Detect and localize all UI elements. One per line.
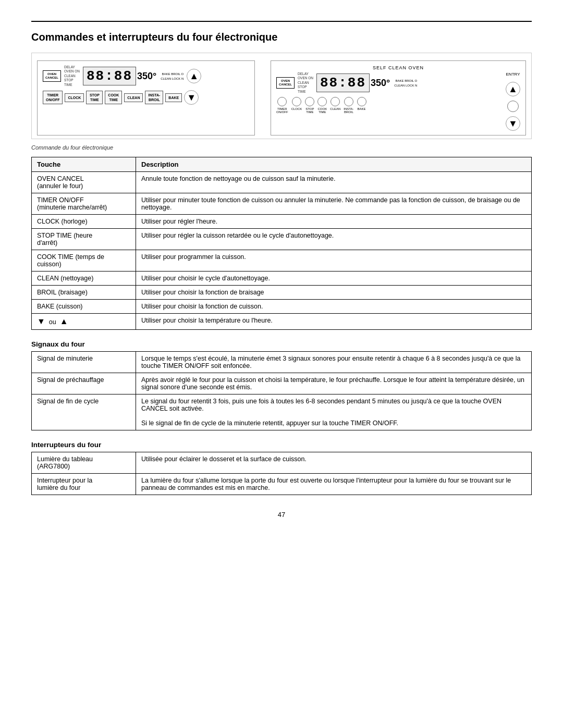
desc-cell: Utiliser pour programmer la cuisson. bbox=[136, 250, 532, 272]
table-row: CLOCK (horloge) Utiliser pour régler l'h… bbox=[32, 215, 532, 229]
r-instabroil-btn[interactable] bbox=[344, 97, 353, 106]
left-bake-btn[interactable]: BAKE bbox=[165, 93, 182, 102]
down-arrow-icon: ▼ bbox=[37, 317, 45, 326]
right-main-display: OVEN CANCEL DELAYOVEN ONCLEANSTOPTIME 88… bbox=[276, 72, 501, 131]
right-down-arrow[interactable]: ▼ bbox=[506, 116, 520, 131]
table-row: Signal de fin de cycle Le signal du four… bbox=[32, 394, 532, 430]
table-row: Lumière du tableau(ARG7800) Utilisée pou… bbox=[32, 452, 532, 474]
right-button-row: TIMERON/OFF CLOCK STOPTIME COOKTIME bbox=[276, 97, 501, 114]
table-row: Signal de préchauffage Après avoir réglé… bbox=[32, 373, 532, 394]
interrupteur-desc: Utilisée pour éclairer le dosseret et la… bbox=[136, 452, 532, 474]
table-row: STOP TIME (heured'arrêt) Utiliser pour r… bbox=[32, 229, 532, 250]
cancel-label: CANCEL bbox=[45, 76, 58, 80]
r-clock-btn[interactable] bbox=[292, 97, 301, 106]
right-entry-controls: ENTRY ▲ ▼ bbox=[506, 72, 520, 131]
signaux-table: Signal de minuterie Lorsque le temps s'e… bbox=[31, 351, 532, 430]
signal-desc: Lorsque le temps s'est écoulé, la minute… bbox=[136, 352, 532, 373]
interrupteurs-header: Interrupteurs du four bbox=[31, 441, 532, 449]
table-row: COOK TIME (temps decuisson) Utiliser pou… bbox=[32, 250, 532, 272]
interrupteurs-table: Lumière du tableau(ARG7800) Utilisée pou… bbox=[31, 452, 532, 495]
left-stop-btn[interactable]: STOPTIME bbox=[86, 91, 103, 104]
table-row: ▼ ou ▲ Utiliser pour choisir la températ… bbox=[32, 314, 532, 330]
touche-cell: OVEN CANCEL(annuler le four) bbox=[32, 172, 136, 193]
desc-cell: Utiliser pour régler la cuisson retardée… bbox=[136, 229, 532, 250]
touche-cell: COOK TIME (temps decuisson) bbox=[32, 250, 136, 272]
left-down-arrow[interactable]: ▼ bbox=[184, 90, 199, 105]
right-lcd-section: 88:88 350° bbox=[316, 73, 390, 92]
left-timer-btn[interactable]: TIMERON/OFF bbox=[43, 91, 63, 104]
left-lcd: 88:88 bbox=[83, 67, 136, 85]
signal-label: Signal de minuterie bbox=[32, 352, 136, 373]
left-temp: 350° bbox=[137, 71, 156, 82]
oven-label: OVEN bbox=[45, 72, 58, 76]
touche-cell: BROIL (braisage) bbox=[32, 286, 136, 300]
r-cook-btn[interactable] bbox=[317, 97, 327, 106]
touche-cell: CLEAN (nettoyage) bbox=[32, 272, 136, 286]
r-clean-btn[interactable] bbox=[331, 97, 340, 106]
touche-cell: BAKE (cuisson) bbox=[32, 300, 136, 314]
right-up-arrow[interactable]: ▲ bbox=[506, 82, 520, 96]
right-control-panel: SELF CLEAN OVEN OVEN CANCEL DELAYOVEN ON… bbox=[271, 60, 526, 135]
entry-label: ENTRY bbox=[506, 72, 520, 77]
left-control-panel: OVEN CANCEL DELAYOVEN ONCLEANSTOPTIME 88… bbox=[37, 60, 255, 135]
table-row: BROIL (braisage) Utiliser pour choisir l… bbox=[32, 286, 532, 300]
left-display-row: OVEN CANCEL DELAYOVEN ONCLEANSTOPTIME 88… bbox=[43, 65, 249, 87]
table-row: BAKE (cuisson) Utiliser pour choisir la … bbox=[32, 300, 532, 314]
left-up-arrow[interactable]: ▲ bbox=[187, 69, 201, 83]
desc-cell: Annule toute fonction de nettoyage ou de… bbox=[136, 172, 532, 193]
left-clean-btn[interactable]: CLEAN bbox=[124, 93, 143, 102]
up-arrow-icon: ▲ bbox=[60, 317, 68, 326]
table-row: CLEAN (nettoyage) Utiliser pour choisir … bbox=[32, 272, 532, 286]
signal-desc: Le signal du four retentit 3 fois, puis … bbox=[136, 394, 532, 430]
desc-cell: Utiliser pour choisir la fonction de cui… bbox=[136, 300, 532, 314]
self-clean-label: SELF CLEAN OVEN bbox=[276, 65, 520, 70]
table-row: Signal de minuterie Lorsque le temps s'e… bbox=[32, 352, 532, 373]
left-cook-btn[interactable]: COOKTIME bbox=[105, 91, 122, 104]
r-bake-btn[interactable] bbox=[357, 97, 366, 106]
touche-cell: TIMER ON/OFF(minuterie marche/arrêt) bbox=[32, 193, 136, 215]
left-clock-btn[interactable]: CLOCK bbox=[65, 93, 84, 102]
right-inner: OVEN CANCEL DELAYOVEN ONCLEANSTOPTIME 88… bbox=[276, 72, 520, 131]
diagram-section: OVEN CANCEL DELAYOVEN ONCLEANSTOPTIME 88… bbox=[31, 53, 532, 139]
right-oven-cancel-group: OVEN CANCEL bbox=[276, 77, 295, 89]
col1-header: Touche bbox=[32, 157, 136, 172]
signal-label: Signal de préchauffage bbox=[32, 373, 136, 394]
desc-cell: Utiliser pour régler l'heure. bbox=[136, 215, 532, 229]
right-oven-cancel: OVEN CANCEL bbox=[276, 77, 295, 89]
arrows-cell: ▼ ou ▲ bbox=[32, 314, 136, 330]
left-button-row: TIMERON/OFF CLOCK STOPTIME COOKTIME CLEA… bbox=[43, 90, 249, 105]
table-row: OVEN CANCEL(annuler le four) Annule tout… bbox=[32, 172, 532, 193]
right-entry-circle[interactable] bbox=[507, 101, 519, 112]
desc-cell: Utiliser pour choisir le cycle d'autonet… bbox=[136, 272, 532, 286]
left-bake-broil: BAKE BROIL O CLEAN LOCK N bbox=[161, 72, 183, 80]
desc-cell: Utiliser pour minuter toute fonction de … bbox=[136, 193, 532, 215]
touche-cell: CLOCK (horloge) bbox=[32, 215, 136, 229]
controls-table: Touche Description OVEN CANCEL(annuler l… bbox=[31, 157, 532, 330]
table-row: Interrupteur pour lalumière du four La l… bbox=[32, 474, 532, 495]
page-title: Commandes et interrupteurs du four élect… bbox=[31, 21, 532, 43]
right-small-labels: DELAYOVEN ONCLEANSTOPTIME bbox=[298, 72, 313, 94]
col2-header: Description bbox=[136, 157, 532, 172]
signal-label: Signal de fin de cycle bbox=[32, 394, 136, 430]
right-temp: 350° bbox=[371, 78, 390, 89]
left-instabroil-btn[interactable]: INSTA-BROIL bbox=[145, 91, 163, 104]
table-row: TIMER ON/OFF(minuterie marche/arrêt) Uti… bbox=[32, 193, 532, 215]
signaux-header: Signaux du four bbox=[31, 340, 532, 348]
left-lcd-section: 88:88 350° bbox=[83, 67, 156, 85]
signal-desc: Après avoir réglé le four pour la cuisso… bbox=[136, 373, 532, 394]
r-timer-btn[interactable] bbox=[277, 97, 287, 106]
interrupteur-label: Interrupteur pour lalumière du four bbox=[32, 474, 136, 495]
interrupteur-label: Lumière du tableau(ARG7800) bbox=[32, 452, 136, 474]
r-stop-btn[interactable] bbox=[305, 97, 314, 106]
right-display-row: OVEN CANCEL DELAYOVEN ONCLEANSTOPTIME 88… bbox=[276, 72, 501, 94]
desc-cell: Utiliser pour choisir la température ou … bbox=[136, 314, 532, 330]
right-lcd: 88:88 bbox=[316, 73, 370, 92]
left-small-labels: DELAYOVEN ONCLEANSTOPTIME bbox=[64, 65, 80, 87]
interrupteur-desc: La lumière du four s'allume lorsque la p… bbox=[136, 474, 532, 495]
page-number: 47 bbox=[31, 511, 532, 519]
touche-cell: STOP TIME (heured'arrêt) bbox=[32, 229, 136, 250]
desc-cell: Utiliser pour choisir la fonction de bra… bbox=[136, 286, 532, 300]
left-oven-cancel: OVEN CANCEL bbox=[43, 70, 61, 82]
diagram-caption: Commande du four électronique bbox=[31, 144, 532, 151]
right-bake-broil: BAKE BROIL O CLEAN LOCK N bbox=[394, 79, 417, 87]
